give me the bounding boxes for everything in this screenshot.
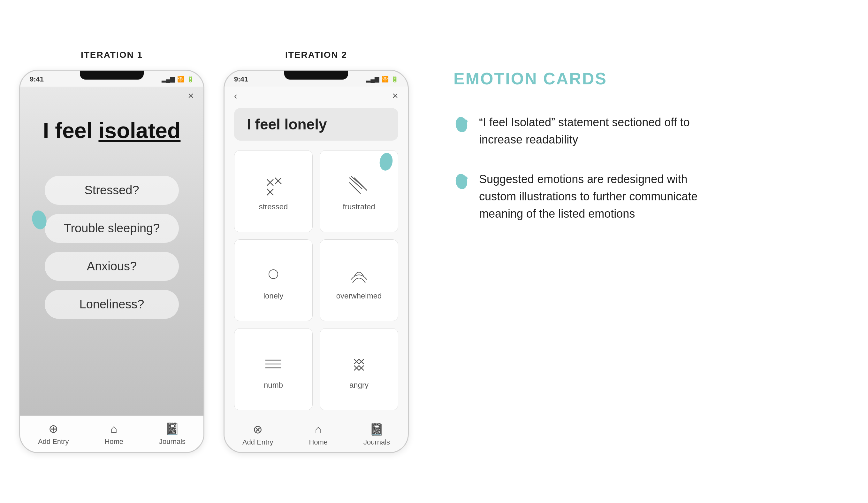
feel-lonely-label: I feel lonely [247,116,327,133]
home-icon: ⌂ [111,422,117,435]
frustrated-illustration [346,173,372,199]
lonely-label: lonely [264,291,283,300]
anxious-button[interactable]: Anxious? [45,252,179,281]
close-button[interactable]: × [188,90,194,102]
loneliness-button[interactable]: Loneliness? [45,290,179,319]
angry-illustration [346,351,372,377]
wifi-icon-2: 🛜 [382,76,389,83]
emotion-card-stressed[interactable]: stressed [234,150,313,232]
bullet-item-1: “I feel Isolated” statement sectioned of… [454,114,849,148]
teal-blob-right-icon [378,151,395,173]
phone-1-nav: ⊕ Add Entry ⌂ Home 📓 Journals [20,415,204,452]
svg-point-24 [454,116,468,133]
phone-2-notch [284,71,348,80]
feel-word: isolated [99,118,180,142]
battery-icon-2: 🔋 [391,76,398,83]
home-icon-2: ⌂ [315,423,322,436]
phone-1-status-icons: ▂▄▆ 🛜 🔋 [162,76,194,83]
angry-label: angry [349,381,369,390]
phone-2-content: ‹ × I feel lonely [225,87,408,417]
iteration-1-label: ITERATION 1 [81,50,143,60]
stressed-label: stressed [259,202,288,211]
svg-line-11 [349,182,361,194]
phone-2-status-icons: ▂▄▆ 🛜 🔋 [366,76,398,83]
nav2-journals[interactable]: 📓 Journals [363,423,390,446]
iteration-2-section: ITERATION 2 9:41 ▂▄▆ 🛜 🔋 ‹ × I fee [224,50,409,453]
svg-point-12 [269,270,278,279]
back-button[interactable]: ‹ [234,90,237,101]
bullet-text-2: Suggested emotions are redesigned with c… [479,171,703,222]
bullet-blob-1-icon [454,115,469,134]
emotion-card-overwhelmed[interactable]: overwhelmed [320,239,398,321]
close-button-2[interactable]: × [392,90,398,102]
main-container: ITERATION 1 9:41 ▂▄▆ 🛜 🔋 × I feel [19,50,849,453]
journals-icon: 📓 [165,422,179,435]
emotion-card-angry[interactable]: angry [320,328,398,410]
stressed-illustration [261,173,286,199]
add-entry-icon: ⊕ [49,422,58,435]
phone-1-header: × [20,87,204,105]
nav-add-entry[interactable]: ⊕ Add Entry [38,422,69,446]
i-feel-lonely-text: I feel lonely [234,108,398,141]
bullet-blob-2-icon [454,172,469,191]
svg-point-25 [464,120,467,123]
numb-label: numb [264,381,283,390]
phone-2-header: ‹ × [225,87,408,105]
svg-point-0 [30,209,49,231]
bullet-text-1: “I feel Isolated” statement sectioned of… [479,114,703,148]
nav2-add-entry[interactable]: ⊗ Add Entry [242,423,273,446]
nav2-home[interactable]: ⌂ Home [309,423,328,446]
emotion-cards-title: EMOTION CARDS [454,69,849,88]
nav-journals[interactable]: 📓 Journals [159,422,186,446]
emotion-card-numb[interactable]: numb [234,328,313,410]
emotion-cards-grid: stressed frustrated [225,144,408,417]
phone-1-notch [80,71,144,80]
teal-blob-left-icon [30,208,49,232]
nav-journals-label: Journals [159,437,186,446]
phone-1-time: 9:41 [30,75,44,83]
signal-icon-2: ▂▄▆ [366,76,379,83]
bullet-item-2: Suggested emotions are redesigned with c… [454,171,849,222]
emotion-card-lonely[interactable]: lonely [234,239,313,321]
svg-point-26 [454,173,468,190]
nav2-journals-label: Journals [363,438,390,446]
frustrated-label: frustrated [343,202,375,211]
nav-home[interactable]: ⌂ Home [104,422,123,446]
iteration-2-label: ITERATION 2 [285,50,347,60]
phone-1-buttons: Stressed? Trouble sleeping? Anxious? Lon… [20,176,204,319]
battery-icon: 🔋 [187,76,194,83]
add-entry-x-icon: ⊗ [253,423,262,436]
numb-illustration [261,351,286,377]
lonely-illustration [261,262,286,288]
phone-1-content: × I feel isolated Stressed? Trouble slee… [20,87,204,415]
iteration-1-section: ITERATION 1 9:41 ▂▄▆ 🛜 🔋 × I feel [19,50,204,453]
svg-point-1 [378,152,394,172]
trouble-sleeping-button[interactable]: Trouble sleeping? [45,214,179,243]
phone-2-frame: 9:41 ▂▄▆ 🛜 🔋 ‹ × I feel lonely [224,70,409,453]
nav2-add-entry-label: Add Entry [242,438,273,446]
wifi-icon: 🛜 [177,76,184,83]
signal-icon: ▂▄▆ [162,76,175,83]
nav-home-label: Home [104,437,123,446]
phone-2-time: 9:41 [234,75,248,83]
bullet-points: “I feel Isolated” statement sectioned of… [454,114,849,222]
phone-1-frame: 9:41 ▂▄▆ 🛜 🔋 × I feel isolated [19,70,204,453]
stressed-button[interactable]: Stressed? [45,176,179,205]
i-feel-isolated-text: I feel isolated [20,118,204,144]
overwhelmed-label: overwhelmed [336,291,382,300]
overwhelmed-illustration [346,262,372,288]
nav-add-entry-label: Add Entry [38,437,69,446]
journals-icon-2: 📓 [370,423,384,436]
phone-2-nav: ⊗ Add Entry ⌂ Home 📓 Journals [225,417,408,452]
right-panel: EMOTION CARDS “I feel Isolated” statemen… [428,50,849,222]
svg-point-27 [464,177,467,180]
nav2-home-label: Home [309,438,328,446]
